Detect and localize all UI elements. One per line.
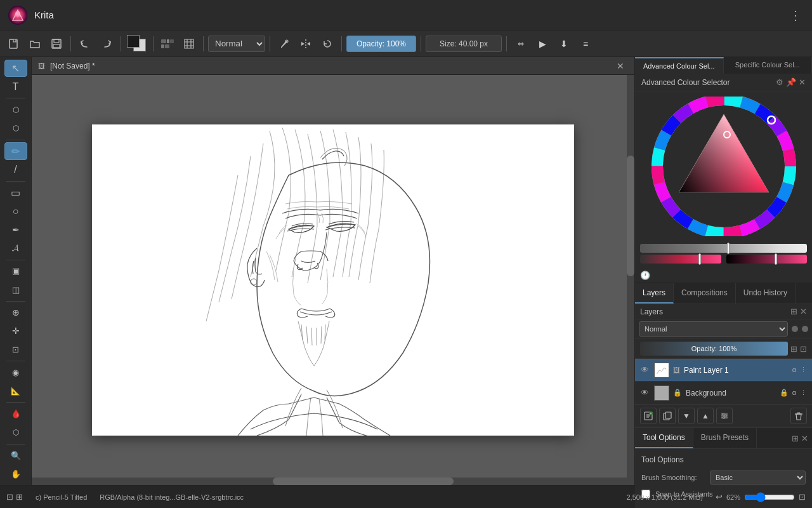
layer-item-paint-layer-1[interactable]: 👁 🖼 Paint Layer 1 α ⋮ bbox=[635, 359, 812, 382]
toolbar-separator-1 bbox=[70, 36, 71, 51]
tool-options-close-icon[interactable]: ✕ bbox=[801, 434, 808, 443]
move-layer-up-button[interactable]: ▲ bbox=[697, 408, 714, 424]
record-button[interactable]: ⬇ bbox=[554, 34, 573, 53]
brush-smoothing-select[interactable]: Basic None Weighted Stabilizer bbox=[710, 471, 806, 485]
layers-opacity-expand-icon[interactable]: ⊞ bbox=[790, 344, 797, 354]
tab-brush-presets[interactable]: Brush Presets bbox=[693, 428, 757, 448]
layer-properties-button[interactable] bbox=[716, 408, 733, 424]
horizontal-scrollbar[interactable] bbox=[32, 478, 634, 485]
mirror-button[interactable] bbox=[296, 34, 315, 53]
layers-blend-mode-select[interactable]: Normal bbox=[639, 321, 788, 337]
zoom-undo-icon[interactable]: ↩ bbox=[716, 492, 723, 502]
layer-action-lock-bg[interactable]: 🔒 bbox=[778, 387, 790, 398]
layer-type-icon-1: 🖼 bbox=[673, 366, 680, 374]
gradient-tool-button[interactable]: ◫ bbox=[4, 281, 27, 298]
path-tool-button[interactable]: ✒ bbox=[4, 221, 27, 238]
canvas-viewport[interactable] bbox=[32, 75, 634, 485]
text-tool-button[interactable]: T bbox=[4, 78, 27, 95]
color-settings-icon[interactable]: ⚙ bbox=[776, 77, 783, 87]
grid-button[interactable] bbox=[180, 34, 199, 53]
layers-options-dot2[interactable] bbox=[802, 326, 808, 332]
fill-tool-button[interactable]: ▣ bbox=[4, 262, 27, 279]
brush-tool-button[interactable]: ✏ bbox=[4, 142, 27, 159]
assistant-tool-button[interactable]: ◉ bbox=[4, 364, 27, 381]
layers-tab-compositions[interactable]: Compositions bbox=[674, 283, 736, 304]
delete-layer-button[interactable] bbox=[790, 408, 807, 424]
color-pin-icon[interactable]: 📌 bbox=[786, 77, 796, 87]
titlebar-menu-icon[interactable]: ⋮ bbox=[787, 5, 804, 25]
line-tool-button[interactable]: / bbox=[4, 161, 27, 178]
opacity-display[interactable]: Opacity: 100% bbox=[346, 36, 416, 52]
sat-slider-thumb[interactable] bbox=[698, 253, 701, 265]
color-wheel-svg[interactable] bbox=[651, 97, 797, 236]
mirror-h-button[interactable]: ⇔ bbox=[511, 34, 530, 53]
layers-close-icon[interactable]: ✕ bbox=[800, 307, 807, 316]
layer-action-alpha-bg[interactable]: α bbox=[791, 387, 797, 398]
layers-opacity-bar[interactable]: Opacity: 100% bbox=[640, 342, 788, 356]
ellipse-tool-button[interactable]: ○ bbox=[4, 203, 27, 220]
undo-button[interactable] bbox=[75, 34, 95, 53]
color-history-icon[interactable]: 🕐 bbox=[640, 271, 650, 280]
advanced-colour-tab[interactable]: Advanced Colour Sel... bbox=[635, 57, 724, 74]
redo-button[interactable] bbox=[97, 34, 116, 53]
canvas-tab-close-button[interactable]: ✕ bbox=[613, 60, 628, 72]
smart-patch-tool-button[interactable]: ⬡ bbox=[4, 424, 27, 441]
open-document-button[interactable] bbox=[25, 34, 44, 53]
blend-mode-select[interactable]: Normal Multiply Screen Overlay bbox=[208, 36, 265, 52]
layer-item-background[interactable]: 👁 🔒 Background 🔒 α ⋮ bbox=[635, 382, 812, 404]
move-layer-down-button[interactable]: ▼ bbox=[678, 408, 695, 424]
layer-status-icon[interactable]: ⊞ bbox=[16, 492, 23, 502]
drawing-canvas[interactable] bbox=[92, 124, 574, 436]
color-close-icon[interactable]: ✕ bbox=[799, 77, 806, 87]
hue-slider[interactable] bbox=[640, 244, 807, 253]
zoom-fit-icon[interactable]: ⊡ bbox=[799, 492, 806, 502]
freehand-select-button[interactable]: ⬡ bbox=[4, 101, 27, 118]
select-tool-button[interactable]: ↖ bbox=[4, 60, 27, 77]
eyedropper-tool-button[interactable]: 🩸 bbox=[4, 405, 27, 422]
tool-options-expand-icon[interactable]: ⊞ bbox=[792, 434, 799, 443]
add-layer-button[interactable] bbox=[640, 408, 657, 424]
crop-tool-button[interactable]: ⊡ bbox=[4, 341, 27, 358]
foreground-color-swatch[interactable] bbox=[127, 35, 140, 48]
tab-tool-options[interactable]: Tool Options bbox=[635, 428, 693, 448]
measure-tool-button[interactable]: 📐 bbox=[4, 382, 27, 399]
move-tool-button[interactable]: ✛ bbox=[4, 323, 27, 340]
pan-tool-button[interactable]: ✋ bbox=[4, 465, 27, 483]
contiguous-select-button[interactable]: ⬡ bbox=[4, 119, 27, 137]
vertical-scrollbar-thumb[interactable] bbox=[627, 156, 634, 276]
size-display[interactable]: Size: 40.00 px bbox=[426, 36, 502, 52]
brush-presets-button[interactable] bbox=[158, 34, 177, 53]
play-button[interactable]: ▶ bbox=[533, 34, 552, 53]
pick-color-button[interactable] bbox=[275, 34, 294, 53]
layer-action-more-bg[interactable]: ⋮ bbox=[799, 387, 808, 398]
transform-tool-button[interactable]: ⊕ bbox=[4, 304, 27, 321]
zoom-tool-button[interactable]: 🔍 bbox=[4, 446, 27, 464]
vertical-scrollbar[interactable] bbox=[627, 75, 634, 478]
val-slider[interactable] bbox=[726, 255, 808, 264]
layer-visibility-bg[interactable]: 👁 bbox=[639, 387, 650, 399]
color-selector-controls: ⚙ 📌 ✕ bbox=[776, 77, 806, 87]
horizontal-scrollbar-thumb[interactable] bbox=[273, 478, 454, 485]
val-slider-thumb[interactable] bbox=[775, 253, 777, 265]
layers-opacity-more-icon[interactable]: ⊡ bbox=[800, 344, 807, 354]
color-wheel-container[interactable] bbox=[635, 91, 812, 241]
layer-action-more-1[interactable]: ⋮ bbox=[799, 364, 808, 375]
specific-colour-tab[interactable]: Specific Colour Sel... bbox=[724, 57, 813, 74]
layers-options-dot1[interactable] bbox=[792, 326, 798, 332]
wrap-button[interactable]: ≡ bbox=[576, 34, 595, 53]
reset-button[interactable] bbox=[318, 34, 337, 53]
sat-slider[interactable] bbox=[640, 255, 721, 264]
zoom-slider[interactable] bbox=[744, 493, 795, 502]
layers-tab-undo-history[interactable]: Undo History bbox=[736, 283, 796, 304]
layer-action-alpha-1[interactable]: α bbox=[791, 364, 797, 375]
layer-visibility-paint-1[interactable]: 👁 bbox=[639, 364, 650, 376]
layers-tab-layers[interactable]: Layers bbox=[635, 283, 674, 304]
canvas-status-icon[interactable]: ⊡ bbox=[6, 492, 13, 502]
hue-slider-thumb[interactable] bbox=[727, 243, 730, 254]
save-document-button[interactable] bbox=[47, 34, 66, 53]
new-document-button[interactable] bbox=[4, 34, 23, 53]
rectangle-tool-button[interactable]: ▭ bbox=[4, 184, 27, 201]
calligraphy-tool-button[interactable]: 𝓐 bbox=[4, 239, 27, 257]
layers-expand-icon[interactable]: ⊞ bbox=[790, 307, 797, 316]
duplicate-layer-button[interactable] bbox=[659, 408, 676, 424]
